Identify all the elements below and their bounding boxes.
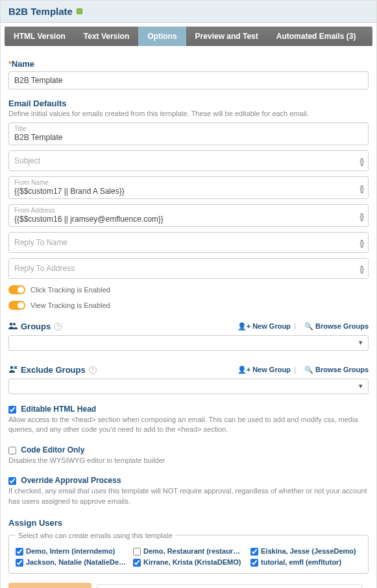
tab-automated-emails[interactable]: Automated Emails (3) <box>267 27 365 46</box>
title-label: Title <box>14 125 348 132</box>
name-field-block: *Name <box>8 59 369 89</box>
merge-tag-icon[interactable]: {} <box>359 156 363 166</box>
from-name-label: From Name <box>14 179 348 186</box>
editable-head-desc: Allow access to the <head> section when … <box>8 415 369 435</box>
assign-user-item[interactable]: tutorial, emfl (emfltutor) <box>250 558 361 567</box>
assign-user-item[interactable]: Demo, Intern (interndemo) <box>16 547 127 556</box>
code-editor-option[interactable]: Code Editor Only <box>8 445 84 454</box>
override-approval-desc: If checked, any email that uses this tem… <box>8 486 369 506</box>
svg-point-2 <box>10 366 13 369</box>
view-tracking-label: View Tracking is Enabled <box>30 301 110 309</box>
assign-user-item[interactable]: Demo, Restaurant (restaurantdemo) <box>133 547 244 556</box>
help-icon[interactable]: ? <box>89 366 97 374</box>
title-field: Title <box>8 123 369 145</box>
exclude-groups-links: 👤+ New Group | 🔍 Browse Groups <box>232 366 369 374</box>
exclude-groups-row: Exclude Groups ? 👤+ New Group | 🔍 Browse… <box>8 365 369 375</box>
add-user-icon: 👤+ <box>237 366 250 373</box>
groups-select[interactable] <box>8 335 369 351</box>
name-label: Name <box>12 59 34 69</box>
assign-user-label: tutorial, emfl (emfltutor) <box>261 558 341 566</box>
assign-user-item[interactable]: Jackson, Natalie (NatalieDemo) <box>16 558 127 567</box>
assign-users-legend: Select who can create emails using this … <box>16 532 175 539</box>
assign-user-checkbox[interactable] <box>250 559 258 567</box>
assign-user-item[interactable]: Kirrane, Krista (KristaDEMO) <box>133 558 244 567</box>
content-area: *Name Email Defaults Define initial valu… <box>1 50 376 588</box>
assign-user-label: Demo, Restaurant (restaurantdemo) <box>143 547 244 555</box>
new-group-link[interactable]: 👤+ New Group <box>237 322 291 330</box>
click-tracking-label: Click Tracking is Enabled <box>30 286 110 294</box>
exclude-groups-heading: Exclude Groups ? <box>8 365 97 375</box>
assign-user-checkbox[interactable] <box>250 548 258 556</box>
search-icon: 🔍 <box>304 366 313 373</box>
reply-address-field: {} <box>8 258 369 279</box>
assign-user-checkbox[interactable] <box>16 548 23 556</box>
email-defaults-heading: Email Defaults <box>8 99 369 108</box>
merge-tag-icon[interactable]: {} <box>359 264 363 274</box>
tab-html-version[interactable]: HTML Version <box>5 27 75 46</box>
code-editor-row: Code Editor Only Disables the WYSIWYG ed… <box>8 445 369 465</box>
deactivate-note: Templates with active automated emails c… <box>97 584 362 588</box>
panel-header: B2B Template <box>1 1 376 23</box>
svg-point-1 <box>13 323 16 325</box>
from-address-label: From Address <box>14 207 348 214</box>
assign-user-checkbox[interactable] <box>133 548 141 556</box>
tab-options[interactable]: Options <box>138 27 186 46</box>
assign-users-fieldset: Select who can create emails using this … <box>8 532 369 574</box>
assign-user-label: Demo, Intern (interndemo) <box>26 547 116 555</box>
page-title: B2B Template <box>8 6 73 17</box>
editable-head-row: Editable HTML Head Allow access to the <… <box>8 405 369 435</box>
code-editor-checkbox[interactable] <box>8 447 16 454</box>
editable-head-option[interactable]: Editable HTML Head <box>8 405 96 414</box>
tab-bar: HTML Version Text Version Options Previe… <box>5 27 372 46</box>
groups-label-text: Groups <box>21 322 51 331</box>
from-address-field: From Address {} <box>8 204 369 227</box>
footer-row: Deactivate Template Templates with activ… <box>8 583 369 588</box>
override-approval-row: Override Approval Process If checked, an… <box>8 476 369 506</box>
from-name-field: From Name {} <box>8 176 369 199</box>
assign-user-checkbox[interactable] <box>133 559 141 567</box>
reply-name-input[interactable] <box>9 233 368 252</box>
code-editor-label: Code Editor Only <box>21 445 84 454</box>
from-name-input[interactable] <box>14 186 348 196</box>
reply-name-field: {} <box>8 232 369 253</box>
browse-groups-link-2[interactable]: 🔍 Browse Groups <box>304 366 369 373</box>
override-approval-checkbox[interactable] <box>8 477 16 485</box>
editable-head-checkbox[interactable] <box>8 406 16 414</box>
merge-tag-icon[interactable]: {} <box>359 238 363 248</box>
exclude-groups-select[interactable] <box>8 379 369 394</box>
title-input[interactable] <box>14 132 348 143</box>
assign-users-grid: Demo, Intern (interndemo)Demo, Restauran… <box>16 547 361 567</box>
assign-user-checkbox[interactable] <box>16 559 23 567</box>
subject-field: {} <box>8 150 369 171</box>
merge-tag-icon[interactable]: {} <box>359 211 363 220</box>
add-user-icon: 👤+ <box>237 322 250 330</box>
browse-groups-link[interactable]: 🔍 Browse Groups <box>304 322 369 330</box>
svg-point-0 <box>10 323 12 325</box>
from-address-input[interactable] <box>14 214 348 224</box>
new-group-link-2[interactable]: 👤+ New Group <box>237 366 291 373</box>
tab-text-version[interactable]: Text Version <box>75 27 138 46</box>
help-icon[interactable]: ? <box>54 323 62 331</box>
merge-tag-icon[interactable]: {} <box>359 183 363 193</box>
view-tracking-toggle[interactable] <box>8 301 25 310</box>
template-options-panel: B2B Template HTML Version Text Version O… <box>0 0 377 588</box>
email-defaults-desc: Define initial values for emails created… <box>8 110 369 117</box>
name-input[interactable] <box>8 71 369 89</box>
separator: | <box>294 366 296 373</box>
groups-row: Groups ? 👤+ New Group | 🔍 Browse Groups <box>8 322 369 331</box>
click-tracking-row: Click Tracking is Enabled <box>8 285 369 294</box>
override-approval-option[interactable]: Override Approval Process <box>8 476 121 485</box>
reply-address-input[interactable] <box>9 259 368 278</box>
editable-head-label: Editable HTML Head <box>21 405 96 414</box>
assign-user-label: Jackson, Natalie (NatalieDemo) <box>26 558 127 566</box>
assign-user-item[interactable]: Eiskina, Jesse (JesseDemo) <box>250 547 361 556</box>
subject-input[interactable] <box>9 151 368 171</box>
separator: | <box>294 322 296 330</box>
click-tracking-toggle[interactable] <box>8 285 25 294</box>
assign-user-label: Eiskina, Jesse (JesseDemo) <box>261 547 356 555</box>
exclude-group-icon <box>8 365 18 375</box>
groups-heading: Groups ? <box>8 322 62 331</box>
assign-user-label: Kirrane, Krista (KristaDEMO) <box>143 558 241 566</box>
group-icon <box>8 322 18 331</box>
tab-preview-test[interactable]: Preview and Test <box>186 27 267 46</box>
